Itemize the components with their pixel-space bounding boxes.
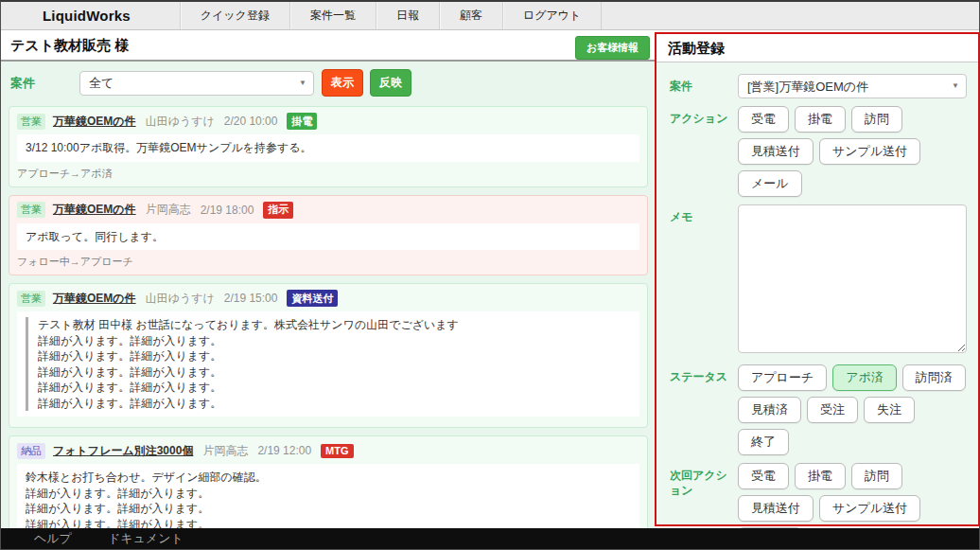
action-badge: 資料送付 [287, 290, 338, 307]
activity-card: 営業 万華鏡OEMの件 片岡高志 2/19 18:00 指示 アポ取って。同行し… [9, 195, 648, 276]
datetime: 2/19 15:00 [224, 292, 278, 305]
main-nav: クイック登録案件一覧日報顧客ログアウト [180, 2, 603, 29]
action-badge: 掛電 [287, 113, 317, 130]
activity-card: 納品 フォトフレーム別注3000個 片岡高志 2/19 12:00 MTG 鈴木… [9, 435, 648, 531]
footer-link[interactable]: ドキュメント [108, 530, 184, 547]
next-action-chip[interactable]: 掛電 [795, 463, 846, 489]
bottom-bar: ヘルプドキュメント [1, 528, 979, 549]
case-link[interactable]: 万華鏡OEMの件 [53, 202, 136, 218]
status-chip-group: アプローチアポ済訪問済見積済受注失注終了 [738, 364, 967, 455]
card-header: 営業 万華鏡OEMの件 片岡高志 2/19 18:00 指示 [17, 202, 639, 219]
action-badge: MTG [321, 444, 353, 458]
memo-lines: 鈴木様とお打ち合わせ。デザイン細部の確認。詳細が入ります。詳細が入ります。詳細が… [26, 470, 631, 531]
category-badge: 納品 [17, 443, 45, 459]
action-badge: 指示 [263, 202, 293, 219]
case-filter-label: 案件 [10, 75, 79, 92]
next-action-chip[interactable]: 訪問 [851, 463, 902, 489]
apply-button[interactable]: 反映 [370, 69, 411, 97]
activity-memo: テスト教材 田中様 お世話になっております。株式会社サンワの山田でございます詳細… [17, 311, 639, 417]
case-select-label: 案件 [670, 74, 738, 98]
status-chip[interactable]: アプローチ [738, 364, 827, 391]
case-filter-select[interactable]: 全て [79, 71, 314, 96]
activity-memo: 3/12 10:00アポ取得。万華鏡OEMサンプルを持参する。 [17, 134, 639, 162]
person-name: 片岡高志 [146, 202, 191, 218]
nav-item[interactable]: 顧客 [440, 2, 503, 29]
action-chip[interactable]: 受電 [738, 106, 789, 133]
case-filter-row: 案件 全て ▼ 表示 反映 [10, 69, 648, 97]
status-chip[interactable]: 訪問済 [902, 364, 966, 391]
case-select-wrap: [営業]万華鏡OEMの件 ▼ [738, 74, 967, 98]
activity-form-panel: 活動登録 案件 [営業]万華鏡OEMの件 ▼ アクション 受電掛電訪問見積送付サ… [655, 32, 980, 526]
person-name: 山田ゆうすけ [146, 291, 215, 307]
app-window: LiquidWorks クイック登録案件一覧日報顧客ログアウト テスト教材販売 … [0, 0, 980, 550]
status-label: ステータス [670, 364, 738, 455]
memo-lines: アポ取って。同行します。 [26, 229, 631, 245]
case-select[interactable]: [営業]万華鏡OEMの件 [738, 74, 967, 98]
case-link[interactable]: フォトフレーム別注3000個 [53, 443, 193, 459]
nav-item[interactable]: 案件一覧 [290, 2, 376, 29]
person-name: 山田ゆうすけ [146, 114, 215, 130]
action-chip[interactable]: 掛電 [795, 106, 846, 133]
card-header: 納品 フォトフレーム別注3000個 片岡高志 2/19 12:00 MTG [17, 442, 639, 459]
memo-label: メモ [670, 204, 738, 357]
top-nav: LiquidWorks クイック登録案件一覧日報顧客ログアウト [1, 2, 979, 30]
status-chip[interactable]: 受注 [807, 397, 858, 423]
activity-card: 営業 万華鏡OEMの件 山田ゆうすけ 2/19 15:00 資料送付 テスト教材… [9, 283, 648, 428]
status-change: アプローチ→アポ済 [17, 167, 639, 181]
nav-item[interactable]: 日報 [376, 2, 440, 29]
memo-lines: テスト教材 田中様 お世話になっております。株式会社サンワの山田でございます詳細… [26, 317, 631, 411]
memo-lines: 3/12 10:00アポ取得。万華鏡OEMサンプルを持参する。 [26, 140, 631, 156]
status-chip[interactable]: アポ済 [832, 364, 897, 391]
case-filter-select-wrap: 全て ▼ [79, 71, 314, 96]
category-badge: 営業 [17, 291, 45, 307]
action-chip[interactable]: メール [738, 170, 802, 197]
category-badge: 営業 [17, 114, 45, 130]
activity-card-list: 営業 万華鏡OEMの件 山田ゆうすけ 2/20 10:00 掛電 3/12 10… [9, 106, 648, 531]
datetime: 2/19 18:00 [201, 204, 254, 217]
next-action-chip[interactable]: サンプル送付 [819, 495, 920, 522]
activity-form: 案件 [営業]万華鏡OEMの件 ▼ アクション 受電掛電訪問見積送付サンプル送付… [656, 62, 978, 550]
person-name: 片岡高志 [202, 443, 248, 459]
status-change: フォロー中→アプローチ [17, 255, 639, 269]
next-action-chip[interactable]: 受電 [738, 463, 789, 489]
brand-logo[interactable]: LiquidWorks [43, 2, 131, 29]
card-header: 営業 万華鏡OEMの件 山田ゆうすけ 2/19 15:00 資料送付 [17, 290, 639, 307]
panel-title: 活動登録 [656, 34, 978, 62]
activity-memo: アポ取って。同行します。 [17, 223, 639, 251]
status-chip[interactable]: 終了 [738, 429, 789, 455]
action-chip[interactable]: 訪問 [851, 106, 902, 133]
case-link[interactable]: 万華鏡OEMの件 [53, 114, 136, 130]
footer-link[interactable]: ヘルプ [34, 530, 72, 547]
status-chip[interactable]: 失注 [864, 397, 915, 423]
activity-card: 営業 万華鏡OEMの件 山田ゆうすけ 2/20 10:00 掛電 3/12 10… [9, 106, 648, 187]
customer-info-button[interactable]: お客様情報 [575, 36, 650, 60]
card-header: 営業 万華鏡OEMの件 山田ゆうすけ 2/20 10:00 掛電 [17, 113, 639, 130]
memo-textarea[interactable] [738, 204, 967, 353]
action-chip-group: 受電掛電訪問見積送付サンプル送付メール [738, 106, 967, 197]
next-action-chip[interactable]: 見積送付 [738, 495, 814, 522]
action-chip[interactable]: サンプル送付 [819, 138, 920, 165]
category-badge: 営業 [17, 202, 45, 218]
case-link[interactable]: 万華鏡OEMの件 [53, 291, 136, 307]
action-label: アクション [670, 106, 738, 197]
datetime: 2/19 12:00 [257, 444, 311, 457]
nav-item[interactable]: クイック登録 [180, 2, 290, 29]
activity-memo: 鈴木様とお打ち合わせ。デザイン細部の確認。詳細が入ります。詳細が入ります。詳細が… [17, 464, 639, 531]
show-button[interactable]: 表示 [322, 69, 363, 97]
activity-timeline: 案件 全て ▼ 表示 反映 営業 万華鏡OEMの件 山田ゆうすけ 2/20 10… [1, 62, 656, 531]
datetime: 2/20 10:00 [224, 115, 278, 128]
nav-item[interactable]: ログアウト [503, 2, 602, 29]
status-chip[interactable]: 見積済 [738, 397, 801, 423]
action-chip[interactable]: 見積送付 [738, 138, 814, 165]
